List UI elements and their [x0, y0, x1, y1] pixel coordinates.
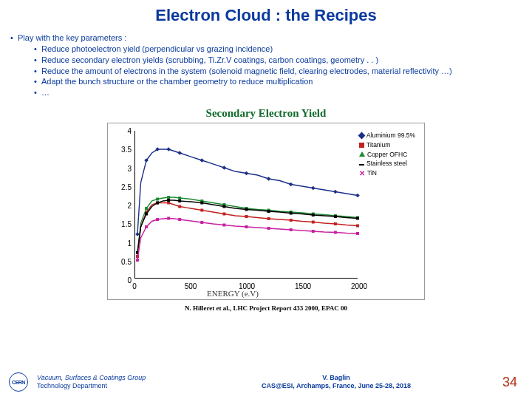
- svg-rect-29: [167, 196, 170, 199]
- bullet-dot: •: [34, 87, 41, 98]
- svg-rect-52: [136, 259, 139, 262]
- legend-marker-icon: ✕: [359, 171, 365, 176]
- svg-rect-28: [156, 198, 159, 201]
- ytick: 1: [108, 239, 132, 247]
- svg-rect-62: [312, 230, 315, 233]
- legend-item: Titanium: [359, 140, 420, 150]
- svg-rect-8: [267, 177, 271, 181]
- legend-label: TiN: [367, 168, 377, 178]
- cern-logo-icon: CERN: [9, 372, 28, 392]
- svg-rect-49: [312, 214, 315, 216]
- slide: Electron Cloud : the Recipes • Play with…: [0, 0, 532, 399]
- svg-rect-22: [290, 219, 293, 222]
- xtick: 1000: [239, 282, 255, 290]
- svg-rect-48: [290, 212, 293, 215]
- logo-wrap: CERN: [0, 372, 37, 392]
- svg-rect-16: [167, 202, 170, 205]
- xtick: 0: [132, 282, 137, 290]
- bullet-lv2-text: Reduce the amount of electrons in the sy…: [41, 66, 452, 77]
- svg-rect-27: [145, 207, 148, 210]
- footer-author: V. Baglin: [185, 374, 488, 382]
- bullet-dot: •: [10, 33, 18, 44]
- legend-label: Titanium: [366, 140, 390, 150]
- bullet-lv1: • Play with the key parameters :: [10, 33, 522, 44]
- svg-rect-7: [245, 171, 249, 176]
- svg-rect-44: [200, 202, 203, 205]
- svg-rect-25: [356, 225, 359, 228]
- svg-rect-30: [178, 197, 181, 200]
- ytick: 0: [108, 276, 132, 284]
- bullet-lv2-text: …: [41, 87, 50, 98]
- ytick: 3: [108, 164, 132, 172]
- legend-marker-icon: [359, 164, 364, 166]
- chart-area: Secondary Electron Yield ENERGY (e.V) 00…: [0, 107, 532, 312]
- svg-rect-54: [156, 218, 159, 221]
- svg-rect-19: [222, 213, 225, 216]
- ytick: 0.5: [108, 257, 132, 265]
- svg-rect-40: [145, 213, 148, 216]
- svg-rect-24: [334, 222, 337, 225]
- bullet-lv1-text: Play with the key parameters :: [18, 33, 126, 44]
- slide-title: Electron Cloud : the Recipes: [0, 0, 532, 25]
- footer-event: CAS@ESI, Archamps, France, June 25-28, 2…: [185, 382, 488, 390]
- ytick: 2.5: [108, 183, 132, 191]
- svg-rect-20: [245, 215, 248, 218]
- bullet-lv2: •Reduce photoelectron yield (perpendicul…: [10, 44, 522, 55]
- chart-box: ENERGY (e.V) 00.511.522.533.54 050010001…: [107, 123, 425, 300]
- svg-rect-6: [222, 166, 227, 170]
- bullet-dot: •: [34, 76, 41, 87]
- legend-label: Aluminium 99.5%: [366, 131, 415, 140]
- svg-rect-61: [290, 228, 293, 231]
- svg-rect-23: [312, 221, 315, 224]
- svg-rect-42: [167, 199, 170, 202]
- svg-rect-9: [289, 183, 293, 187]
- legend-marker-icon: [359, 151, 365, 157]
- legend-item: Copper OFHC: [359, 150, 420, 160]
- page-number: 34: [488, 375, 532, 390]
- legend-marker-icon: [359, 143, 364, 148]
- bullet-dot: •: [34, 44, 41, 55]
- svg-rect-46: [245, 208, 248, 211]
- svg-rect-12: [355, 194, 360, 198]
- ytick: 4: [108, 127, 132, 135]
- svg-rect-59: [245, 225, 248, 228]
- footer: CERN Vacuum, Surfaces & Coatings Group T…: [0, 365, 532, 399]
- svg-rect-51: [356, 217, 359, 220]
- legend-label: Copper OFHC: [367, 150, 407, 160]
- svg-rect-47: [267, 210, 270, 213]
- ytick: 2: [108, 202, 132, 210]
- svg-rect-58: [222, 224, 225, 227]
- bullet-lv2: •Reduce the amount of electrons in the s…: [10, 66, 522, 77]
- bullet-dot: •: [34, 55, 41, 66]
- footer-left: Vacuum, Surfaces & Coatings Group Techno…: [37, 374, 185, 390]
- svg-rect-60: [267, 227, 270, 230]
- legend-item: Aluminium 99.5%: [359, 131, 420, 140]
- legend-item: ✕TiN: [359, 168, 420, 178]
- footer-group-line2: Technology Department: [37, 382, 185, 390]
- svg-rect-56: [178, 218, 181, 221]
- legend-item: Stainless steel: [359, 159, 420, 168]
- svg-rect-57: [200, 221, 203, 224]
- ytick: 1.5: [108, 220, 132, 228]
- svg-rect-4: [177, 151, 182, 155]
- bullet-lv2: •…: [10, 87, 522, 98]
- svg-rect-41: [156, 202, 159, 205]
- plot: [134, 131, 358, 279]
- svg-rect-63: [334, 231, 337, 234]
- svg-rect-5: [200, 158, 204, 163]
- bullet-lv2: •Adapt the bunch structure or the chambe…: [10, 76, 522, 87]
- svg-rect-3: [166, 147, 171, 151]
- chart-legend: Aluminium 99.5%TitaniumCopper OFHCStainl…: [359, 131, 420, 178]
- chart-xlabel: ENERGY (e.V): [108, 289, 358, 298]
- chart-title: Secondary Electron Yield: [206, 107, 327, 120]
- svg-rect-64: [356, 232, 359, 235]
- ytick: 3.5: [108, 146, 132, 154]
- svg-rect-50: [334, 215, 337, 218]
- svg-rect-18: [200, 209, 203, 212]
- xtick: 2000: [351, 282, 367, 290]
- bullet-lv2-text: Reduce secondary electron yields (scrubb…: [41, 55, 378, 66]
- footer-group-line1: Vacuum, Surfaces & Coatings Group: [37, 374, 185, 382]
- legend-label: Stainless steel: [366, 159, 407, 168]
- svg-rect-43: [178, 200, 181, 202]
- bullet-lv2-text: Reduce photoelectron yield (perpendicula…: [41, 44, 273, 55]
